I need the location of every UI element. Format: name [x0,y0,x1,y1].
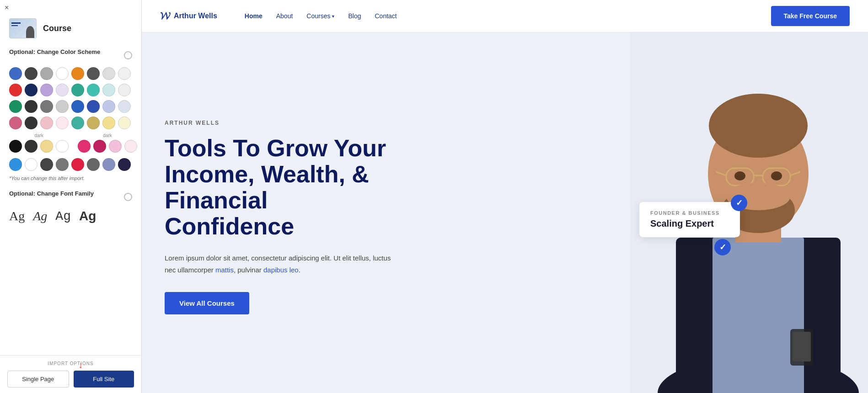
hero-section: ARTHUR WELLS Tools To Grow Your Income, … [142,32,868,393]
hero-title: Tools To Grow Your Income, Wealth, & Fin… [165,135,402,240]
color-dot[interactable] [9,158,22,171]
hero-author-label: ARTHUR WELLS [165,120,607,126]
color-dot[interactable] [25,100,38,113]
color-dot[interactable] [40,158,53,171]
logo-icon: 𝓦 [160,10,169,22]
arrow-indicator: ↓ [78,360,83,370]
nav-link-contact[interactable]: Contact [375,12,397,20]
nav-logo: 𝓦 Arthur Wells [160,10,217,22]
color-dot[interactable] [25,158,38,171]
expert-badge-card: ✓ FOUNDER & BUSINESS Scaling Expert ✓ [639,202,740,237]
color-grid-row3 [9,100,132,113]
color-dot[interactable] [102,117,115,129]
template-title: Course [43,24,71,33]
color-scheme-section: Optional: Change Color Scheme [9,48,132,62]
color-dot[interactable] [93,140,106,153]
color-dot[interactable] [40,100,53,113]
color-dot[interactable] [109,140,122,153]
color-note: *You can change this after import. [9,175,132,181]
color-dot[interactable] [118,67,131,80]
nav-cta-button[interactable]: Take Free Course [771,6,850,26]
color-dot[interactable] [118,158,131,171]
color-dot[interactable] [102,84,115,96]
color-dot[interactable] [102,67,115,80]
color-dot[interactable] [25,117,38,129]
color-dot[interactable] [87,158,100,171]
hero-desc-link2[interactable]: dapibus leo [263,266,299,274]
color-dot[interactable] [25,140,38,153]
single-page-button[interactable]: Single Page [7,371,69,388]
color-dot[interactable] [87,67,100,80]
color-dot[interactable] [78,140,91,153]
logo-name: Arthur Wells [174,12,217,20]
nav-links: Home About Courses ▾ Blog Contact [245,12,771,20]
color-dot[interactable] [71,158,84,171]
color-dot[interactable] [118,84,131,96]
badge-check-bottom: ✓ [714,239,731,255]
color-grid-row2 [9,84,132,96]
font-sample-1[interactable]: Ag [9,209,25,223]
panel-scroll-area: Course Optional: Change Color Scheme [0,0,141,355]
color-dot[interactable] [9,100,22,113]
nav-link-home[interactable]: Home [245,12,263,20]
nav-link-blog[interactable]: Blog [348,12,361,20]
color-dot[interactable] [87,117,100,129]
hero-cta-button[interactable]: View All Courses [165,292,249,314]
import-options-label: IMPORT OPTIONS [7,361,134,366]
color-dot[interactable] [71,100,84,113]
color-grid-dark-right [78,140,137,153]
color-dot[interactable] [9,84,22,96]
color-dot[interactable] [56,67,69,80]
template-thumbnail [9,18,37,38]
color-dot[interactable] [118,100,131,113]
color-dot[interactable] [87,84,100,96]
color-grid-row1 [9,67,132,80]
color-scheme-label: Optional: Change Color Scheme [9,48,100,55]
color-grid-row4 [9,117,132,129]
template-header: Course [9,18,132,38]
badge-title: Scaling Expert [650,218,729,229]
color-dot[interactable] [56,117,69,129]
hero-desc-link1[interactable]: mattis [215,266,234,274]
font-sample-2[interactable]: Ag [33,209,47,223]
hero-right: ✓ FOUNDER & BUSINESS Scaling Expert ✓ [630,32,868,393]
color-dot[interactable] [40,67,53,80]
color-grid-row6 [9,158,132,171]
full-site-button[interactable]: Full Site [74,371,134,388]
font-sample-3[interactable]: Ag [55,209,71,223]
color-grid-dark-left [9,140,69,153]
svg-rect-17 [793,332,811,361]
color-dot[interactable] [40,140,53,153]
color-dot[interactable] [9,140,22,153]
color-dot[interactable] [71,67,84,80]
site-nav: 𝓦 Arthur Wells Home About Courses ▾ Blog… [142,0,868,32]
badge-subtitle: FOUNDER & BUSINESS [650,210,729,216]
color-scheme-radio[interactable] [124,51,132,59]
nav-link-courses[interactable]: Courses ▾ [306,12,334,20]
nav-link-about[interactable]: About [276,12,293,20]
color-dot[interactable] [25,84,38,96]
font-sample-4[interactable]: Ag [79,209,96,223]
color-dot[interactable] [40,84,53,96]
chevron-down-icon: ▾ [332,14,334,19]
color-dot[interactable] [71,84,84,96]
color-dot[interactable] [71,117,84,129]
color-dot[interactable] [56,140,69,153]
color-dot[interactable] [9,67,22,80]
color-dot[interactable] [102,158,115,171]
svg-point-12 [734,171,745,181]
font-family-label: Optional: Change Font Family [9,190,94,197]
color-dot[interactable] [124,140,137,153]
color-dot[interactable] [56,158,69,171]
close-button[interactable]: × [5,4,9,12]
font-family-radio[interactable] [124,193,132,201]
color-dot[interactable] [56,84,69,96]
color-dot[interactable] [87,100,100,113]
color-dot[interactable] [118,117,131,129]
color-dot[interactable] [56,100,69,113]
color-dot[interactable] [40,117,53,129]
color-dot[interactable] [25,67,38,80]
color-dot[interactable] [9,117,22,129]
hero-left: ARTHUR WELLS Tools To Grow Your Income, … [142,32,630,393]
color-dot[interactable] [102,100,115,113]
